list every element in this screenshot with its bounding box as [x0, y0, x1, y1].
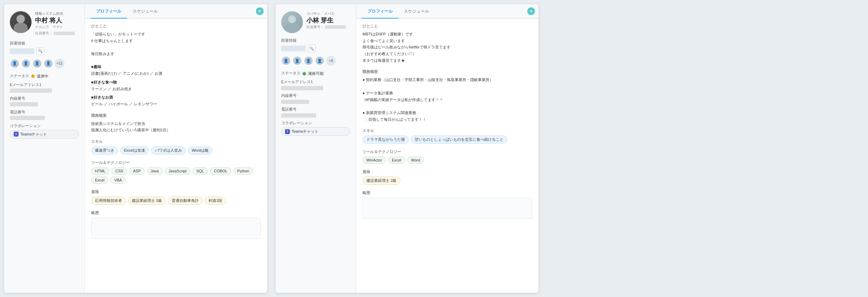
member-avatar-2a[interactable]: 👤: [281, 56, 291, 66]
naisen-value-2: [281, 100, 309, 104]
teams-label-2: Teamsチャット: [292, 129, 318, 134]
email-value-2: [281, 86, 323, 90]
dept-search-button-2[interactable]: 🔍: [308, 45, 316, 52]
skill-tag: 爆速雰つき: [91, 146, 118, 154]
tel-row-1: 電話番号: [10, 110, 79, 120]
tool-tag: HTML: [91, 167, 109, 174]
teams-button-1[interactable]: T Teamsチャット: [10, 130, 79, 139]
dept-label-1: 部署情報: [10, 41, 79, 46]
shikaku-title-1: 資格: [91, 189, 261, 194]
avatar-1: [10, 11, 32, 33]
skill-section-1: スキル 爆速雰つきExcelは友達パワポは人並みWordは敵: [91, 139, 261, 154]
dept-tag-2: [281, 46, 306, 51]
status-text-2: 連絡可能: [308, 71, 324, 76]
status-text-1: 退席中: [37, 74, 48, 79]
tool-tags-2: WinActorExcelWord: [362, 157, 532, 164]
tabemono-bullet: ■好きな食べ物 ラーメン ／ お好み焼き: [91, 79, 261, 92]
naisen-row-2: 内線番号: [281, 93, 350, 104]
dept-row-1: 🔍: [10, 47, 79, 55]
employee-id-value-2: [325, 25, 346, 29]
tool-tag: ASP: [129, 167, 145, 174]
dept-section-2: 部署情報 🔍: [281, 38, 350, 52]
profile-dept-1: 情報システム担当: [35, 11, 75, 16]
tabs-header-1: プロフィール スケジュール ×: [85, 4, 267, 19]
profile-info-2: コバヤシ メバエ 小林 芽生 社員番号：: [306, 11, 346, 29]
member-avatar-1a[interactable]: 👤: [10, 59, 20, 68]
employee-id-value-1: [54, 32, 75, 35]
profile-card-1: 情報システム担当 中村 将人 ナカムラ マサト 社員番号： 部署情報 🔍 👤 👤: [4, 4, 267, 293]
skill-tag: ドラマ見ながらうた寝: [362, 136, 409, 144]
shokumu-title-2: 職務概要: [362, 69, 532, 74]
member-avatar-1d[interactable]: 👤: [43, 59, 53, 68]
dept-label-2: 部署情報: [281, 38, 350, 43]
member-more-1[interactable]: +11: [55, 59, 65, 68]
right-panel-1: プロフィール スケジュール × ひとこと 「頑張らない」がモットーです # 仕事…: [85, 4, 267, 293]
tool-tag: VBA: [110, 177, 126, 184]
profile-content-1: ひとこと 「頑張らない」がモットーです # 仕事はちゃんとします 毎日飲みます …: [85, 19, 267, 293]
search-icon-2: 🔍: [309, 46, 314, 51]
profile-header-2: コバヤシ メバエ 小林 芽生 社員番号：: [281, 11, 350, 33]
close-button-2[interactable]: ×: [527, 7, 535, 15]
skill-tags-1: 爆速雰つきExcelは友達パワポは人並みWordは敵: [91, 146, 261, 154]
profile-id-1: 社員番号：: [35, 31, 75, 36]
shokumu-text-2: ● 契約業務（山口支社・宇部工事所・山陰支社・鳥取事業所・隠岐事業所） ● デー…: [362, 77, 532, 123]
tool-tag: Python: [233, 167, 253, 174]
tool-tag: Java: [147, 167, 163, 174]
dept-search-button-1[interactable]: 🔍: [36, 47, 44, 55]
osake-bullet: ■好きなお酒 ビール ／ ハイボール ／ レモンサワー: [91, 94, 261, 107]
dept-section-1: 部署情報 🔍: [10, 41, 79, 55]
member-more-2[interactable]: +9: [326, 56, 336, 66]
profile-content-2: ひとこと MBTIはENFP（運動家）です よく食べてよく笑います 帰宅後はビー…: [356, 19, 538, 293]
tool-section-2: ツール＆テクノロジー WinActorExcelWord: [362, 149, 532, 164]
shokumu-section-1: 職務概要 技術系システムをメインで担当 脱属人化にむけていろいろ吸収中（腹8分目…: [91, 113, 261, 133]
profile-kana-1: ナカムラ マサト: [35, 25, 75, 29]
member-avatar-2b[interactable]: 👤: [292, 56, 302, 66]
hitokoto-text-2: MBTIはENFP（運動家）です よく食べてよく笑います 帰宅後はビール飲みなが…: [362, 31, 532, 64]
rireki-section-1: 略歴: [91, 210, 261, 239]
collab-label-1: コラボレーション: [10, 123, 79, 128]
rireki-area-2[interactable]: [362, 198, 532, 219]
tool-title-2: ツール＆テクノロジー: [362, 149, 532, 154]
shikaku-section-1: 資格 応用情報技術者建設業経理士 2級普通自動車免許剣道2段: [91, 189, 261, 205]
tool-section-1: ツール＆テクノロジー HTMLCSSASPJavaJavaScriptSQLCO…: [91, 160, 261, 184]
skill-tag: 甘いものとしょっぱいものを交互に食べ続けること: [411, 136, 507, 144]
member-avatars-2: 👤 👤 👤 👤 +9: [281, 56, 350, 66]
tab-profile-1[interactable]: プロフィール: [90, 4, 127, 19]
employee-id-label-1: 社員番号：: [35, 31, 53, 35]
close-button-1[interactable]: ×: [256, 7, 264, 15]
skill-tag: Excelは友達: [120, 146, 149, 154]
member-avatar-2c[interactable]: 👤: [304, 56, 313, 66]
left-panel-2: コバヤシ メバエ 小林 芽生 社員番号： 部署情報 🔍 👤 👤 👤 👤: [276, 4, 356, 293]
shokumu-text-1: 技術系システムをメインで担当 脱属人化にむけていろいろ吸収中（腹8分目）: [91, 120, 261, 133]
tab-profile-2[interactable]: プロフィール: [362, 4, 398, 19]
status-dot-1: [31, 74, 35, 78]
member-avatar-2d[interactable]: 👤: [315, 56, 325, 66]
shikaku-tags-1: 応用情報技術者建設業経理士 2級普通自動車免許剣道2段: [91, 197, 261, 205]
member-avatar-1c[interactable]: 👤: [32, 59, 42, 68]
hitokoto-section-1: ひとこと 「頑張らない」がモットーです # 仕事はちゃんとします 毎日飲みます …: [91, 24, 261, 107]
profile-name-1: 中村 将人: [35, 17, 75, 25]
tool-tag: COBOL: [210, 167, 231, 174]
left-panel-1: 情報システム担当 中村 将人 ナカムラ マサト 社員番号： 部署情報 🔍 👤 👤: [4, 4, 85, 293]
profile-dept-2: コバヤシ メバエ: [306, 11, 346, 16]
tel-label-1: 電話番号: [10, 110, 79, 115]
shikaku-tag: 応用情報技術者: [91, 197, 126, 205]
collab-label-2: コラボレーション: [281, 120, 350, 126]
tabs-header-2: プロフィール スケジュール ×: [356, 4, 538, 19]
hitokoto-title-1: ひとこと: [91, 24, 261, 29]
hitokoto-text-1: 「頑張らない」がモットーです # 仕事はちゃんとします 毎日飲みます ■趣味 読…: [91, 31, 261, 107]
skill-tag: パワポは人並み: [151, 146, 186, 154]
member-avatars-1: 👤 👤 👤 👤 +11: [10, 59, 79, 68]
teams-button-2[interactable]: T Teamsチャット: [281, 127, 350, 136]
dept-row-2: 🔍: [281, 45, 350, 52]
tool-tag: Excel: [388, 157, 405, 164]
dept-tag-1: [10, 48, 34, 54]
tool-tag: SQL: [192, 167, 208, 174]
tab-schedule-1[interactable]: スケジュール: [127, 4, 163, 19]
rireki-area-1[interactable]: [91, 218, 261, 239]
shumi-bullet: ■趣味 読書(漫画だけ) ／ アニメ(にわか) ／ お酒: [91, 64, 261, 77]
tab-schedule-2[interactable]: スケジュール: [398, 4, 435, 19]
search-icon-1: 🔍: [38, 49, 43, 53]
member-avatar-1b[interactable]: 👤: [21, 59, 31, 68]
rireki-title-2: 略歴: [362, 190, 532, 196]
